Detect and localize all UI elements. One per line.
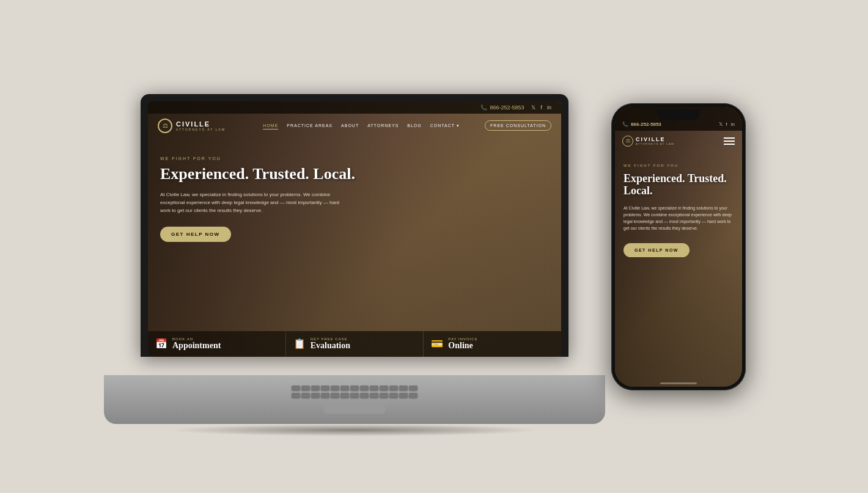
free-consultation-button[interactable]: FREE CONSULTATION [485,120,551,131]
phone-facebook-icon[interactable]: f [726,122,727,127]
scene: 📞 866-252-5853 𝕏 f in ⚖ [0,0,868,493]
hero-body: At Civille Law, we specialize in finding… [160,191,344,214]
key [389,385,398,390]
linkedin-icon[interactable]: in [547,104,551,111]
phone-hero-eyebrow: WE FIGHT FOR YOU [623,164,734,167]
key [409,385,417,390]
laptop-shadow [169,424,540,436]
laptop-bezel: 📞 866-252-5853 𝕏 f in ⚖ [141,94,568,357]
phone-icon: 📞 [480,104,487,111]
key [350,385,359,390]
calendar-icon: 📅 [155,339,167,349]
laptop-phone-number: 📞 866-252-5853 [480,104,524,111]
key [360,385,369,390]
logo-text-block: CIVILLE ATTORNEYS AT LAW [176,120,226,131]
phone-phone-row: 📞 866-252-5853 [622,122,661,127]
phone-hero-body: At Civille Law, we specialize in finding… [623,205,734,232]
phone-logo[interactable]: ⚖ CIVILLE ATTORNEYS AT LAW [622,136,674,147]
hamburger-menu-button[interactable] [724,137,735,145]
pay-invoice-item[interactable]: 💳 PAY INVOICE Online [424,331,561,357]
nav-blog[interactable]: BLOG [407,123,421,128]
hero-eyebrow: WE FIGHT FOR YOU [160,156,549,161]
phone-screen: 📞 866-252-5853 𝕏 f in ⚖ CIVILLE [615,107,742,387]
key [301,393,310,398]
key [399,393,408,398]
logo-name: CIVILLE [176,120,226,128]
free-case-item[interactable]: 📋 GET FREE CASE Evaluation [286,331,424,357]
key [311,393,320,398]
key [311,385,320,390]
evaluation-value: Evaluation [311,341,350,351]
laptop-website: 📞 866-252-5853 𝕏 f in ⚖ [148,101,561,357]
key [340,385,349,390]
book-appointment-item[interactable]: 📅 BOOK AN Appointment [148,331,286,357]
phone-call-icon: 📞 [622,122,628,127]
laptop-bottom-bar: 📅 BOOK AN Appointment 📋 GET FREE CASE Ev… [148,331,561,357]
key [321,385,329,390]
key [409,393,417,398]
menu-bar-1 [724,137,735,139]
key [350,393,359,398]
key [360,393,369,398]
nav-practice-areas[interactable]: PRACTICE AREAS [287,123,333,128]
phone-linkedin-icon[interactable]: in [731,122,735,127]
key [331,385,339,390]
trackpad [324,403,385,414]
laptop-navbar: ⚖ CIVILLE ATTORNEYS AT LAW HOME PRACTICE… [148,114,561,138]
nav-about[interactable]: ABOUT [341,123,359,128]
laptop-screen: 📞 866-252-5853 𝕏 f in ⚖ [148,101,561,357]
nav-home[interactable]: HOME [263,123,278,128]
hero-title: Experienced. Trusted. Local. [160,166,368,183]
key [292,385,300,390]
laptop-hero: WE FIGHT FOR YOU Experienced. Trusted. L… [148,138,561,252]
online-text: PAY INVOICE Online [448,337,477,351]
key [292,393,300,398]
phone-logo-name: CIVILLE [636,136,674,142]
phone-logo-text-block: CIVILLE ATTORNEYS AT LAW [636,136,674,145]
key [399,385,408,390]
logo-icon: ⚖ [158,119,172,133]
phone-hero-title: Experienced. Trusted. Local. [623,172,734,197]
appointment-text: BOOK AN Appointment [172,337,221,351]
key [370,393,378,398]
invoice-value: Online [448,341,477,351]
get-help-button[interactable]: GET HELP NOW [160,227,231,242]
facebook-icon[interactable]: f [540,104,542,111]
phone-hero: WE FIGHT FOR YOU Experienced. Trusted. L… [615,152,742,266]
evaluation-text: GET FREE CASE Evaluation [311,337,350,351]
key [340,393,349,398]
phone-website: 📞 866-252-5853 𝕏 f in ⚖ CIVILLE [615,107,742,387]
phone-navbar: ⚖ CIVILLE ATTORNEYS AT LAW [615,131,742,152]
key [331,393,339,398]
key [370,385,378,390]
menu-bar-3 [724,144,735,145]
laptop-device: 📞 866-252-5853 𝕏 f in ⚖ [122,94,587,424]
key [380,385,388,390]
phone-number: 866-252-5853 [631,122,661,127]
nav-attorneys[interactable]: ATTORNEYS [367,123,399,128]
phone-home-indicator [660,382,697,384]
laptop-nav-links: HOME PRACTICE AREAS ABOUT ATTORNEYS BLOG… [248,123,475,128]
phone-twitter-icon[interactable]: 𝕏 [719,122,723,127]
phone-get-help-button[interactable]: GET HELP NOW [623,243,690,257]
laptop-social-links: 𝕏 f in [531,104,551,111]
laptop-logo[interactable]: ⚖ CIVILLE ATTORNEYS AT LAW [158,119,226,133]
phone-logo-tagline: ATTORNEYS AT LAW [636,142,674,145]
phone-logo-icon: ⚖ [622,136,633,147]
phone-notch [657,109,700,120]
phone-social-links: 𝕏 f in [719,122,735,127]
card-icon: 💳 [431,339,443,349]
key [389,393,398,398]
laptop-keyboard [104,375,605,424]
phone-device: 📞 866-252-5853 𝕏 f in ⚖ CIVILLE [611,103,746,390]
appointment-value: Appointment [172,341,221,351]
nav-contact[interactable]: CONTACT ▾ [430,123,460,128]
logo-tagline: ATTORNEYS AT LAW [176,128,226,131]
key [380,393,388,398]
key [321,393,329,398]
key [301,385,310,390]
laptop-topbar: 📞 866-252-5853 𝕏 f in [148,101,561,114]
clipboard-icon: 📋 [293,339,306,349]
menu-bar-2 [724,141,735,142]
twitter-icon[interactable]: 𝕏 [531,104,535,111]
